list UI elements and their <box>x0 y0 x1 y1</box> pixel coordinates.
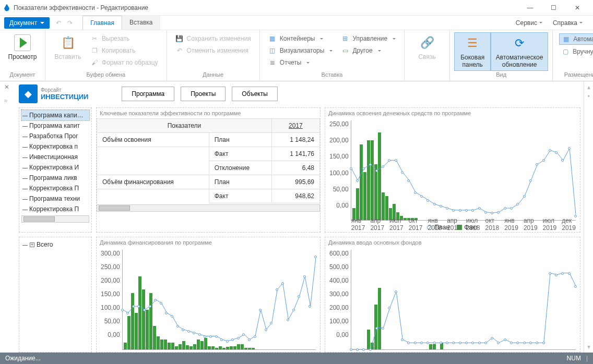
undo-icon[interactable]: ↶ <box>54 18 63 28</box>
format-painter-button[interactable]: 🖌Формат по образцу <box>88 57 160 68</box>
chart-fund: Динамика ввода основных фондов 600,00500… <box>325 237 580 353</box>
chart-cash: Динамика освоения денежных средств по пр… <box>325 107 580 233</box>
table-row: Объём финансированияПлан995,69 <box>97 175 320 189</box>
refresh-icon: ⟳ <box>511 35 528 52</box>
manual-layout-icon: ▢ <box>561 47 570 56</box>
scrollbar[interactable] <box>21 215 89 223</box>
undo-icon: ↶ <box>175 46 184 55</box>
close-button[interactable]: ✕ <box>565 0 589 16</box>
tree-item[interactable]: Программа техни <box>21 193 89 204</box>
titlebar: Показатели эффективности - Редактировани… <box>0 0 593 16</box>
tree-item[interactable]: Инвестиционная <box>21 152 89 162</box>
tab-insert[interactable]: Вставка <box>122 16 160 30</box>
kpi-table: Показатели2017 Объём освоенияПлан1 148,2… <box>97 118 320 203</box>
app-icon <box>4 4 9 11</box>
tree-item[interactable]: Корректировка П <box>21 183 89 193</box>
document-area: ✕ » ◆ ФорсайтИНВЕСТИЦИИ Программа Проект… <box>0 81 593 353</box>
menu-row: Документ ↶ ↷ Главная Вставка Сервис Спра… <box>0 16 593 30</box>
nav-objects[interactable]: Объекты <box>232 87 278 101</box>
logo-icon: ◆ <box>19 84 38 103</box>
document-menu[interactable]: Документ <box>4 17 50 29</box>
group-label-link <box>409 71 445 79</box>
group-label-clipboard: Буфер обмена <box>50 71 162 79</box>
chevron-down-icon[interactable]: ▾ <box>587 343 590 350</box>
tree-item[interactable]: Корректировка П <box>21 204 89 214</box>
link-icon: 🔗 <box>419 34 435 51</box>
logo: ◆ ФорсайтИНВЕСТИЦИИ <box>19 84 88 103</box>
chart-title: Динамика финансирования по программе <box>97 237 320 248</box>
group-label-data: Данные <box>171 71 255 79</box>
visualizers-dropdown[interactable]: ◫Визуализаторы <box>266 45 335 56</box>
undo-changes-button[interactable]: ↶Отменить изменения <box>173 45 253 56</box>
window-title: Показатели эффективности - Редактировани… <box>14 4 518 11</box>
expand-plus-icon[interactable]: + <box>30 242 34 247</box>
tab-main[interactable]: Главная <box>82 16 122 30</box>
table-row: Объём освоенияПлан1 148,24 <box>97 133 320 147</box>
link-button[interactable]: 🔗 Связь <box>409 32 445 63</box>
menu-help[interactable]: Справка <box>549 17 587 29</box>
tree-item[interactable]: Программа ликв <box>21 173 89 183</box>
control-dropdown[interactable]: ⊞Управление <box>339 33 398 44</box>
dot-icon: • <box>587 93 589 100</box>
tree-item[interactable]: Корректировка И <box>21 162 89 173</box>
chart-title: Динамика ввода основных фондов <box>325 237 580 248</box>
menu-service[interactable]: Сервис <box>512 17 547 29</box>
chart-title: Динамика освоения денежных средств по пр… <box>325 108 580 118</box>
other-dropdown[interactable]: ▭Другое <box>339 45 398 56</box>
group-label-insert: Вставка <box>264 71 400 79</box>
scrollbar[interactable] <box>97 204 320 212</box>
group-label-document: Документ <box>4 71 41 79</box>
kpi-panel: Ключевые показатели эффективности по про… <box>96 107 321 233</box>
chart-fin: Динамика финансирования по программе 300… <box>96 237 321 353</box>
save-changes-button[interactable]: 💾Сохранить изменения <box>173 33 253 44</box>
tab-close-icon[interactable]: ✕ <box>0 81 16 93</box>
containers-dropdown[interactable]: ▦Контейнеры <box>266 33 335 44</box>
group-label-layout: Размещение блоков <box>557 71 593 79</box>
layout-auto[interactable]: ▦Автоматическое <box>559 33 593 45</box>
tree-item[interactable]: Корректировка п <box>21 141 89 152</box>
chevron-up-icon[interactable]: ▴ <box>587 83 590 91</box>
ribbon: Просмотр Документ 📋 Вставить ✂Вырезать ❐… <box>0 30 593 81</box>
redo-icon[interactable]: ↷ <box>65 18 75 28</box>
statusbar: Ожидание... NUM | <box>0 353 593 364</box>
other-icon: ▭ <box>341 46 349 55</box>
table-row: Отклонение6,48 <box>97 161 320 175</box>
nav-projects[interactable]: Проекты <box>181 87 226 101</box>
play-icon <box>14 34 31 51</box>
kpi-col-indicators: Показатели <box>97 119 272 133</box>
scissors-icon: ✂ <box>90 34 99 43</box>
kpi-col-year[interactable]: 2017 <box>271 119 319 133</box>
cut-button[interactable]: ✂Вырезать <box>88 33 160 44</box>
chart-icon: ◫ <box>268 46 277 55</box>
save-icon: 💾 <box>175 34 184 43</box>
tree-item[interactable]: Программа капи… <box>21 110 89 120</box>
paste-button[interactable]: 📋 Вставить <box>50 32 86 63</box>
controls-icon: ⊞ <box>341 34 349 43</box>
reports-dropdown[interactable]: ≣Отчеты <box>266 57 335 68</box>
sidebar-icon: ☰ <box>464 35 481 52</box>
program-tree: Программа капи…Программа капитРазработка… <box>19 107 92 233</box>
status-num: NUM <box>567 355 581 362</box>
preview-button[interactable]: Просмотр <box>4 32 41 63</box>
auto-layout-icon: ▦ <box>562 35 570 43</box>
layout-manual[interactable]: ▢Вручную <box>559 46 593 57</box>
tree-item[interactable]: Разработка Прог <box>21 131 89 141</box>
tree-item[interactable]: Программа капит <box>21 120 89 131</box>
sidebar-toggle[interactable]: ☰ Боковая панель <box>454 32 491 71</box>
copy-button[interactable]: ❐Копировать <box>88 45 160 56</box>
clipboard-icon: 📋 <box>60 34 76 51</box>
status-text: Ожидание... <box>5 355 41 362</box>
report-icon: ≣ <box>268 58 277 67</box>
group-label-view: Вид <box>454 71 548 79</box>
maximize-button[interactable]: ☐ <box>542 0 565 16</box>
tree-item-all[interactable]: +Всего <box>21 239 89 250</box>
expand-icon[interactable]: » <box>4 97 8 104</box>
nav-program[interactable]: Программа <box>122 87 174 101</box>
copy-icon: ❐ <box>90 46 99 55</box>
kpi-title: Ключевые показатели эффективности по про… <box>97 108 320 118</box>
autoupdate-toggle[interactable]: ⟳ Автоматическое обновление <box>491 32 548 71</box>
right-gutter: ▴ • ▾ <box>584 81 593 353</box>
minimize-button[interactable]: — <box>518 0 542 16</box>
brush-icon: 🖌 <box>90 58 99 67</box>
summary-tree: +Всего <box>19 237 92 353</box>
